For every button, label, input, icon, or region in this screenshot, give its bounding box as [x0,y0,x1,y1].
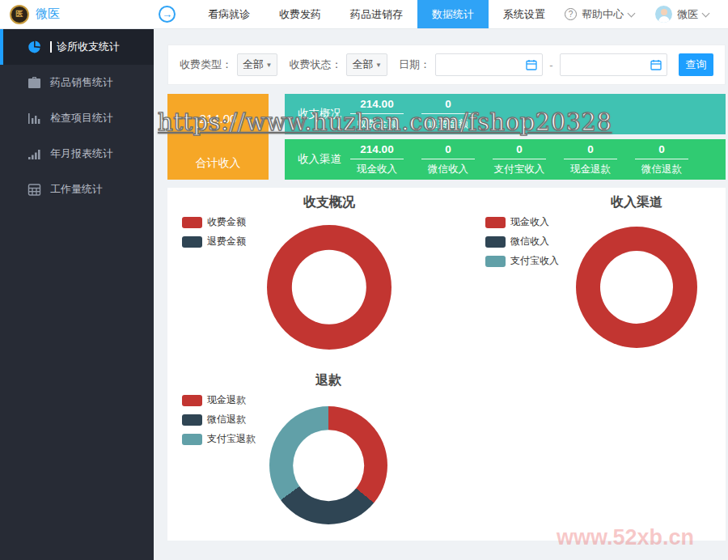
divider [350,113,404,114]
overview-bar-label: 收支概况 [285,107,341,121]
divider [635,159,688,159]
brand-name: 微医 [36,6,60,22]
legend-item[interactable]: 支付宝退款 [182,432,256,446]
date-from-input[interactable] [441,59,526,70]
chart-title-channels: 收入渠道 [611,194,662,211]
app-window: 医 微医 → 看病就诊 收费发药 药品进销存 数据统计 系统设置 ? 帮助中心 … [0,0,728,560]
charge-type-select[interactable]: 全部 ▼ [237,53,277,76]
stat-charge-amount: 214.00 收费金额 [341,98,413,131]
stat-value: 214.00 [341,98,413,110]
sidebar-item-label: 诊所收支统计 [57,40,120,54]
stat-label: 收费金额 [341,117,413,131]
user-name: 微医 [677,7,698,22]
stat-label: 微信退款 [626,163,697,176]
active-marker [50,41,52,53]
legend-label: 支付宝退款 [207,432,256,446]
legend-item[interactable]: 收费金额 [182,215,246,229]
bar-chart-icon [28,112,41,125]
total-income-card: 214.00 合计收入 [167,94,269,180]
tab-drug-inventory[interactable]: 药品进销存 [336,0,417,28]
divider [421,113,475,114]
stat-label: 退费金额 [413,117,484,131]
calendar-icon[interactable] [526,59,537,70]
chart-legend: 现金退款 微信退款 支付宝退款 [182,393,256,446]
stat-cash-refund: 0 现金退款 [555,143,626,176]
help-center-menu[interactable]: ? 帮助中心 [565,7,634,22]
total-income-label: 合计收入 [167,156,269,171]
divider [350,159,404,159]
question-circle-icon: ? [565,8,577,20]
charts-panel: 收支概况 收费金额 退费金额 收入渠道 现金收入 微信收入 [167,188,726,541]
legend-item[interactable]: 现金收入 [485,215,559,229]
legend-label: 退费金额 [207,235,246,248]
legend-swatch [182,414,202,426]
sidebar-item-drug-sales[interactable]: 药品销售统计 [0,65,154,100]
charge-status-label: 收费状态： [289,57,341,72]
charge-type-label: 收费类型： [180,57,232,72]
stat-label: 现金收入 [341,163,413,176]
sidebar-item-monthly-reports[interactable]: 年月报表统计 [0,136,154,172]
legend-item[interactable]: 微信退款 [182,413,256,426]
legend-label: 支付宝收入 [510,254,559,268]
legend-label: 现金收入 [510,215,549,229]
sidebar-item-clinic-finance[interactable]: 诊所收支统计 [0,29,154,65]
legend-label: 现金退款 [207,393,246,407]
divider [564,159,617,159]
user-avatar [655,6,672,23]
legend-swatch [182,395,202,406]
donut-chart-overview [267,225,392,350]
stat-value: 0 [413,143,484,155]
tab-visit[interactable]: 看病就诊 [193,0,265,28]
trend-bars-icon [28,147,41,161]
legend-swatch [485,236,506,248]
sidebar-item-workload[interactable]: 工作量统计 [0,172,154,207]
sidebar-item-exam-items[interactable]: 检查项目统计 [0,100,154,136]
top-nav: → 看病就诊 收费发药 药品进销存 数据统计 系统设置 [154,0,560,28]
stat-refund-amount: 0 退费金额 [413,98,484,131]
channels-summary-bar: 收入渠道 214.00 现金收入 0 微信收入 0 支付宝收入 0 现金退款 0… [285,139,726,180]
pie-chart-icon [28,40,41,54]
stat-wechat-income: 0 微信收入 [413,143,484,176]
user-menu[interactable]: 微医 [655,6,709,23]
stat-label: 微信收入 [413,163,484,176]
stat-cash-income: 214.00 现金收入 [341,143,413,176]
briefcase-icon [28,76,41,90]
stat-alipay-income: 0 支付宝收入 [484,143,555,176]
date-to-field [560,53,667,76]
calculator-icon [28,183,41,197]
charge-type-value: 全部 [243,57,264,72]
donut-chart-channels [576,227,697,348]
tab-charge-dispense[interactable]: 收费发药 [265,0,336,28]
overview-summary-bar: 收支概况 214.00 收费金额 0 退费金额 [285,94,726,134]
stat-value: 0 [413,98,484,110]
legend-swatch [485,256,506,267]
legend-item[interactable]: 现金退款 [182,393,256,407]
legend-label: 微信退款 [207,413,246,426]
tab-data-statistics[interactable]: 数据统计 [417,0,489,28]
donut-chart-refunds [269,406,387,524]
chevron-down-icon [628,9,636,17]
legend-item[interactable]: 退费金额 [182,235,246,248]
stat-label: 现金退款 [555,163,626,176]
sidebar-item-label: 药品销售统计 [50,75,113,90]
charge-status-select[interactable]: 全部 ▼ [346,53,387,76]
date-range-separator: - [549,59,552,71]
search-button[interactable]: 查询 [679,53,713,76]
top-header: 医 微医 → 看病就诊 收费发药 药品进销存 数据统计 系统设置 ? 帮助中心 … [0,0,728,29]
total-income-value: 214.00 [167,112,269,125]
sidebar-collapse-icon[interactable]: → [159,6,176,23]
legend-label: 微信收入 [510,235,549,248]
calendar-icon[interactable] [650,59,662,70]
legend-item[interactable]: 支付宝收入 [485,254,559,268]
date-to-input[interactable] [565,59,650,70]
help-center-label: 帮助中心 [582,7,624,22]
chevron-down-icon [702,9,710,17]
chart-legend: 收费金额 退费金额 [182,215,246,248]
clinic-logo-icon: 医 [10,5,29,24]
legend-label: 收费金额 [207,215,246,229]
legend-item[interactable]: 微信收入 [485,235,559,248]
sidebar-item-label: 年月报表统计 [50,146,113,161]
tab-system-settings[interactable]: 系统设置 [489,0,560,28]
sidebar: 诊所收支统计 药品销售统计 检查项目统计 年月报表统计 [0,29,154,560]
sidebar-item-label: 工作量统计 [50,182,103,197]
